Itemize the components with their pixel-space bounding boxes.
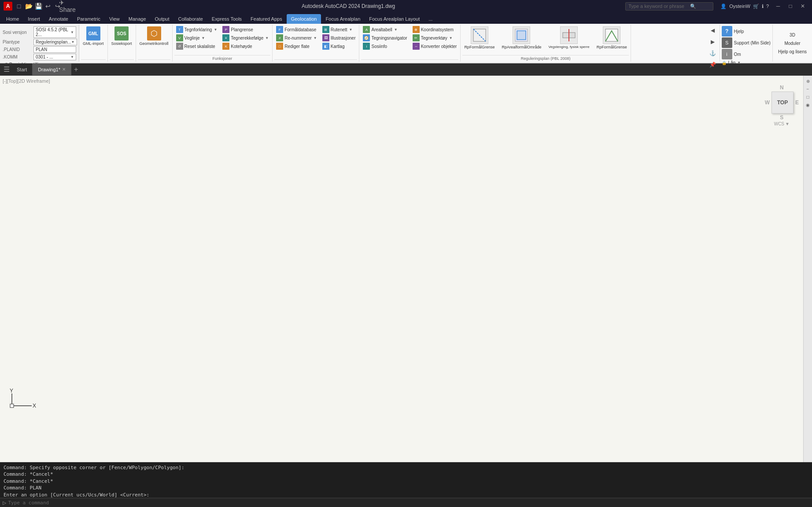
reset-skalaliste-button[interactable]: ↺ Reset skalaliste — [174, 42, 219, 50]
vegstenging-button[interactable]: Vegstenging, fysisk sperre — [546, 26, 591, 50]
anchor-icon[interactable]: ⚓ — [708, 48, 718, 58]
tab-manage[interactable]: Manage — [124, 14, 151, 24]
tab-insert[interactable]: Insert — [23, 14, 44, 24]
sosiinfo-icon: i — [363, 43, 370, 50]
tab-drawing1[interactable]: Drawing1* ✕ — [33, 63, 71, 75]
command-input[interactable] — [8, 500, 809, 506]
re-nummerer-icon: # — [276, 34, 283, 41]
rutenett-arrow: ▼ — [349, 28, 353, 32]
rs-icon-4[interactable]: ◉ — [805, 101, 812, 108]
save-button[interactable]: 💾 — [34, 2, 42, 10]
om-icon[interactable]: i — [722, 49, 732, 59]
rediger-flate-icon: □ — [276, 43, 283, 50]
help-panel: ? Hjelp S Support (Min Side) i Om 🔒 Lån … — [720, 25, 772, 62]
open-button[interactable]: 📂 — [25, 2, 33, 10]
rediger-flate-button[interactable]: □ Rediger flate — [274, 42, 319, 50]
tegnerekkefølge-arrow: ▼ — [265, 36, 269, 40]
new-button[interactable]: □ — [15, 2, 23, 10]
rp-arealformålområde-button[interactable]: RpArealformålOmråde — [500, 26, 543, 50]
window-title: Autodesk AutoCAD 2024 Drawing1.dwg — [71, 3, 625, 9]
arealtabell-button[interactable]: A Arealtabell ▼ — [361, 26, 409, 33]
viewcube-top-button[interactable]: TOP — [771, 92, 794, 114]
add-tab-button[interactable]: + — [71, 66, 81, 73]
tab-geolocation[interactable]: Geolocation — [287, 14, 321, 24]
tegneverktøy-button[interactable]: ✏ Tegneverktøy ▼ — [411, 34, 459, 42]
3d-button[interactable]: 3D — [788, 32, 797, 38]
nav-next-icon[interactable]: ▶ — [708, 37, 718, 47]
tab-annotate[interactable]: Annotate — [44, 14, 73, 24]
support-icon[interactable]: S — [722, 37, 732, 48]
hjelp-og-lisens-button[interactable]: Hjelp og lisens — [776, 48, 808, 55]
re-nummerer-button[interactable]: # Re-nummerer ▼ — [274, 34, 319, 42]
app-icon[interactable]: A — [4, 2, 12, 11]
tab-drawing1-close[interactable]: ✕ — [62, 67, 66, 72]
veglinje-button[interactable]: V Veglinje ▼ — [174, 34, 219, 42]
tab-home[interactable]: Home — [2, 14, 23, 24]
plangrense-icon: P — [222, 26, 229, 33]
sosieksport-button[interactable]: SOS Sosieksport — [110, 26, 134, 47]
kotehøyde-button[interactable]: K Kotehøyde — [221, 42, 270, 50]
plantype-dropdown-arrow: ▼ — [71, 40, 75, 44]
keyword-search[interactable]: 🔍 — [625, 2, 713, 11]
viewport[interactable]: [-][Top][2D Wireframe] N W TOP E S WCS ▼… — [0, 76, 812, 462]
rs-icon-3[interactable]: □ — [805, 93, 812, 100]
rp-formålgrense-button[interactable]: RpFormålGrense — [462, 26, 496, 50]
rs-icon-1[interactable]: ⊕ — [805, 77, 812, 84]
tab-express-tools[interactable]: Express Tools — [207, 14, 246, 24]
koordinatsystem-button[interactable]: ⊕ Koordinatsystem — [411, 26, 459, 33]
undo-button[interactable]: ↩ — [44, 2, 52, 10]
rs-icon-2[interactable]: − — [805, 85, 812, 92]
tab-view[interactable]: View — [105, 14, 124, 24]
komm-dropdown[interactable]: 0301 - ... ▼ — [33, 54, 76, 60]
close-button[interactable]: ✕ — [797, 2, 808, 10]
search-input[interactable] — [628, 4, 690, 9]
viewcube-east: E — [795, 99, 799, 106]
moduler-button[interactable]: Moduler — [782, 40, 802, 47]
tab-output[interactable]: Output — [151, 14, 174, 24]
cmd-line-2: Command: *Cancel* — [4, 471, 808, 478]
help-question-icon[interactable]: ? — [722, 26, 732, 37]
rp-formålgrense2-button[interactable]: RpFormålGrense — [595, 26, 629, 50]
nav-prev-icon[interactable]: ◀ — [708, 26, 718, 35]
gml-import-button[interactable]: GML GML-import — [81, 26, 106, 47]
rutenett-button[interactable]: ⊞ Rutenett ▼ — [321, 26, 358, 33]
cart-icon[interactable]: 🛒 — [753, 4, 759, 9]
lan-arrow: ▼ — [737, 61, 741, 65]
svg-rect-11 — [10, 404, 14, 408]
tab-collaborate[interactable]: Collaborate — [174, 14, 207, 24]
sosiinfo-button[interactable]: i Sosiinfo — [361, 42, 409, 50]
konverter-objekter-button[interactable]: ↔ Konverter objekter — [411, 42, 459, 50]
help-icon[interactable]: ? — [766, 4, 769, 9]
formaldatabase-icon: F — [276, 26, 283, 33]
tegnforklaring-button[interactable]: T Tegnforklaring ▼ — [174, 26, 219, 33]
maximize-button[interactable]: □ — [785, 2, 796, 10]
sosi-version-label: Sosi versjon — [3, 30, 33, 35]
minimize-button[interactable]: ─ — [772, 2, 784, 10]
viewcube-north: N — [780, 84, 784, 91]
plangrense-button[interactable]: P Plangrense — [221, 26, 270, 33]
tab-focus-arealplan[interactable]: Focus Arealplan — [321, 14, 365, 24]
ribbon-group-tegn: T Tegnforklaring ▼ V Veglinje ▼ ↺ Reset … — [173, 25, 273, 62]
gml-import-icon: GML — [86, 26, 100, 40]
svg-text:X: X — [33, 403, 36, 409]
formaldatabase-button[interactable]: F Formåldatabase — [274, 26, 319, 33]
pin-icon[interactable]: 📌 — [708, 60, 718, 70]
sosi-version-dropdown[interactable]: SOSI 4.5.2 (PBL 2... ▼ — [33, 26, 76, 38]
viewcube-wcs[interactable]: WCS ▼ — [774, 121, 790, 126]
tab-focus-arealplan-layout[interactable]: Focus Arealplan Layout — [365, 14, 424, 24]
geometrikontroll-button[interactable]: ⬡ Geometrikontroll — [138, 26, 170, 47]
tab-menu-button[interactable]: ☰ — [2, 65, 11, 73]
illustrasjoner-button[interactable]: 🖼 Illustrasjoner — [321, 34, 358, 42]
tab-featured-apps[interactable]: Featured Apps — [246, 14, 287, 24]
tab-more[interactable]: ... — [424, 14, 437, 24]
search-icon[interactable]: 🔍 — [690, 4, 696, 9]
plantype-dropdown[interactable]: Reguleringsplan... ▼ — [33, 39, 77, 45]
tegningsnavigator-button[interactable]: 🧭 Tegningsnavigator — [361, 34, 409, 42]
info-icon[interactable]: ℹ — [762, 4, 764, 9]
viewcube[interactable]: N W TOP E S WCS ▼ — [765, 84, 799, 126]
tab-start[interactable]: Start — [11, 63, 33, 75]
kartlag-button[interactable]: ◧ Kartlag — [321, 42, 358, 50]
share-button[interactable]: ✈ Share — [63, 2, 71, 10]
tegnerekkefølge-button[interactable]: ≡ Tegnerekkefølge ▼ — [221, 34, 270, 42]
tab-parametric[interactable]: Parametric — [73, 14, 105, 24]
